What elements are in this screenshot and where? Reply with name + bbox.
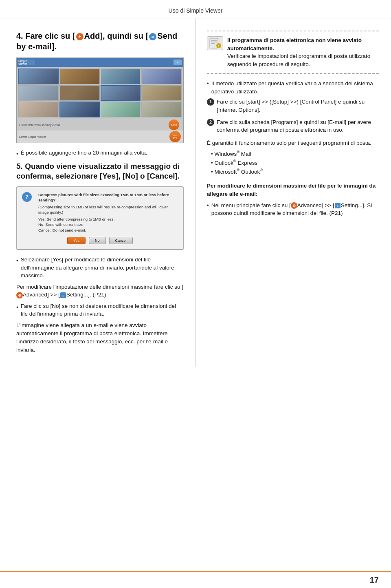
step4-heading: 4. Fare clic su [+Add], quindi su [✉Send… xyxy=(16,31,184,52)
header-title: Uso di Simple Viewer xyxy=(169,7,223,14)
bullet-method-text: Il metodo utilizzato per questa verifica… xyxy=(211,80,379,95)
add-icon-inline: + xyxy=(76,33,83,40)
svg-text:⚙: ⚙ xyxy=(18,294,21,298)
svg-text:!: ! xyxy=(218,44,220,48)
dialog-question-icon: ? xyxy=(22,192,32,202)
nel-menu-bullet: • Nel menu principale fare clic su [⚙Adv… xyxy=(207,201,379,217)
right-column: ! Il programma di posta elettronica non … xyxy=(196,18,391,367)
dialog-screenshot: ? Compress pictures with file sizes exce… xyxy=(16,186,184,250)
step4-text-before: Fare clic su [ xyxy=(25,31,75,40)
page-content: 4. Fare clic su [+Add], quindi su [✉Send… xyxy=(0,18,391,367)
left-column: 4. Fare clic su [+Add], quindi su [✉Send… xyxy=(0,18,196,367)
dialog-yes-btn[interactable]: Yes xyxy=(67,237,86,244)
svg-text:≡: ≡ xyxy=(336,204,338,208)
page-number: 17 xyxy=(370,575,379,585)
dialog-opt1: Yes: Send after compressing to 1MB or le… xyxy=(38,217,178,222)
svg-text:✉: ✉ xyxy=(152,35,154,39)
step1-circle: 1 xyxy=(207,98,214,106)
step1-text: Fare clic su [start] >> ([Setup] >>) [Co… xyxy=(217,98,379,114)
dialog-sub: (Compressing size to 1MB or less will re… xyxy=(38,204,178,215)
bullet-20-text: È possibile aggiungere fino a 20 immagin… xyxy=(21,149,147,158)
dialog-opt2: No: Send with current size. xyxy=(38,222,178,227)
note-body: Verificare le impostazioni del programma… xyxy=(227,53,370,67)
dialog-opt3: Cancel: Do not send e-mail. xyxy=(38,228,178,233)
svg-text:≡: ≡ xyxy=(62,294,64,298)
advanced-setting-para: Per modificare l'impostazione delle dime… xyxy=(16,283,184,299)
page-header: Uso di Simple Viewer xyxy=(0,0,391,18)
adv-icon-right: ⚙ xyxy=(291,202,297,209)
note-icon: ! xyxy=(207,36,223,50)
step4-add: Add xyxy=(84,31,100,40)
step4-number: 4. xyxy=(16,31,23,40)
bullet-yes-modify: • Selezionare [Yes] per modificare le di… xyxy=(16,256,184,280)
note-box: ! Il programma di posta elettronica non … xyxy=(207,31,379,74)
svg-text:⚙: ⚙ xyxy=(292,204,296,208)
note-heading: Il programma di posta elettronica non vi… xyxy=(227,37,362,51)
set-icon-right: ≡ xyxy=(334,202,341,209)
guaranteed-text: È garantito il funzionamento solo per i … xyxy=(207,139,379,147)
bullet-no-modify: • Fare clic su [No] se non si desidera m… xyxy=(16,302,184,318)
dialog-question: Compress pictures with file sizes exceed… xyxy=(38,192,178,203)
step2-text: Fare clic sulla scheda [Programs] e quin… xyxy=(217,118,379,134)
step5-heading: 5. Quando viene visualizzato il messaggi… xyxy=(16,161,184,181)
dialog-text: Compress pictures with file sizes exceed… xyxy=(38,192,178,233)
para2-text: L'immagine viene allegata a un e-mail e … xyxy=(16,321,184,354)
step2-circle: 2 xyxy=(207,119,214,126)
step2-item: 2 Fare clic sulla scheda [Programs] e qu… xyxy=(207,118,379,134)
program-2: • Outlook® Express xyxy=(211,158,379,167)
program-3: • Microsoft® Outlook® xyxy=(211,167,379,176)
bullet-20-images: • È possibile aggiungere fino a 20 immag… xyxy=(16,149,184,158)
dialog-no-btn[interactable]: No xyxy=(89,237,106,244)
svg-text:+: + xyxy=(78,34,81,40)
note-text-content: Il programma di posta elettronica non vi… xyxy=(227,36,379,68)
send-icon-inline: ✉ xyxy=(149,33,156,40)
setting-icon-left: ≡ xyxy=(60,292,66,298)
advanced-icon-left: ⚙ xyxy=(16,292,23,298)
dialog-cancel-btn[interactable]: Cancel xyxy=(109,237,133,244)
program-1: • Windows® Mail xyxy=(211,149,379,158)
page-footer: 17 xyxy=(0,571,391,588)
programs-list: • Windows® Mail • Outlook® Express • Mic… xyxy=(211,149,379,176)
bullet-no-text: Fare clic su [No] se non si desidera mod… xyxy=(21,302,184,318)
bullet-method: • Il metodo utilizzato per questa verifi… xyxy=(207,80,379,95)
dialog-buttons: Yes No Cancel xyxy=(22,237,178,244)
step1-item: 1 Fare clic su [start] >> ([Setup] >>) [… xyxy=(207,98,379,114)
bullet-yes-text: Selezionare [Yes] per modificare le dime… xyxy=(21,256,184,280)
nel-menu-text: Nel menu principale fare clic su [⚙Advan… xyxy=(211,201,379,217)
simple-viewer-screenshot: Simple Viewer ✕ xyxy=(16,57,184,143)
bold-section-heading: Per modificare le dimensioni massime dei… xyxy=(207,182,379,198)
